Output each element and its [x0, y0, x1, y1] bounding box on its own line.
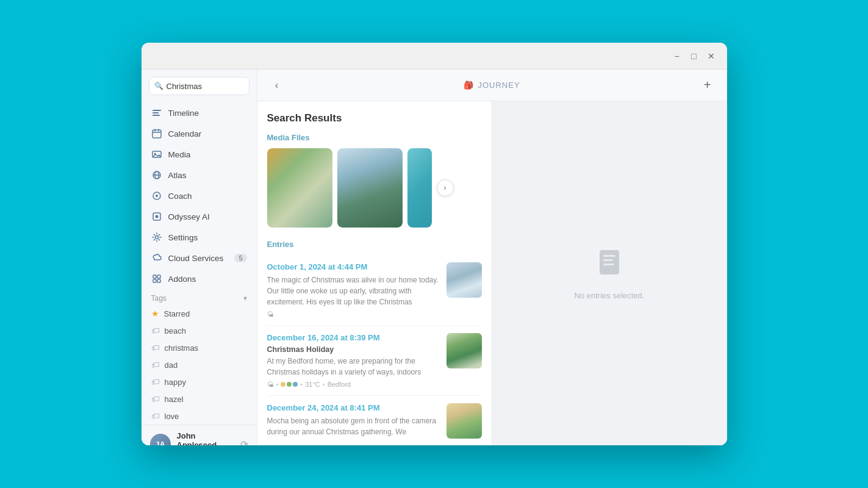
tag-dad-label: dad [165, 361, 178, 370]
svg-rect-1 [152, 112, 159, 113]
dot-yellow [281, 382, 285, 387]
svg-rect-21 [600, 250, 619, 274]
dot-green [287, 382, 292, 387]
search-results-title: Search Results [267, 112, 482, 124]
entry-weather-2: 🌤 [267, 381, 274, 388]
svg-point-13 [156, 195, 158, 197]
settings-icon [151, 232, 162, 243]
cloud-icon [151, 253, 162, 264]
entry-meta-1: 🌤 [267, 310, 439, 318]
tags-collapse-icon[interactable]: ▾ [243, 294, 247, 303]
window-body: 🔍 ✕ Timeline Calendar [142, 70, 727, 445]
sidebar-item-atlas[interactable]: Atlas [142, 165, 257, 185]
app-window: − □ ✕ 🔍 ✕ Timeline Calend [142, 43, 727, 445]
tag-starred[interactable]: ★ Starred [142, 305, 257, 322]
detail-panel: No entries selected. [492, 101, 727, 445]
tag-hazel-icon: 🏷 [151, 394, 160, 404]
tag-happy-label: happy [165, 378, 186, 387]
entry-thumb-2 [447, 333, 482, 368]
sidebar-item-settings[interactable]: Settings [142, 227, 257, 248]
tag-dad[interactable]: 🏷 dad [142, 356, 257, 373]
top-bar: ‹ 🎒 JOURNEY + [257, 70, 727, 101]
cloud-label: Cloud Services [168, 254, 229, 263]
media-thumb-3[interactable] [407, 148, 432, 228]
svg-rect-19 [153, 279, 156, 282]
entry-preview-1: The magic of Christmas was alive in our … [267, 274, 439, 307]
tag-starred-label: Starred [164, 309, 190, 318]
tag-love-label: love [165, 412, 179, 421]
svg-point-15 [155, 215, 158, 218]
sidebar-item-coach[interactable]: Coach [142, 185, 257, 206]
results-panel: Search Results Media Files › [257, 101, 492, 445]
carousel-next-button[interactable]: › [437, 179, 454, 196]
odyssey-icon [151, 211, 162, 222]
user-info: John Appleseed Membership [177, 431, 234, 445]
tags-label: Tags [151, 294, 167, 303]
coach-icon [151, 190, 162, 201]
svg-rect-24 [603, 264, 614, 265]
sidebar-item-media[interactable]: Media [142, 144, 257, 165]
dot-blue [293, 382, 298, 387]
calendar-label: Calendar [168, 129, 247, 138]
svg-rect-0 [152, 110, 161, 111]
entry-item-1[interactable]: October 1, 2024 at 4:44 PM The magic of … [267, 255, 482, 326]
media-icon [151, 149, 162, 160]
tag-love-icon: 🏷 [151, 411, 160, 421]
entry-thumb-3 [447, 403, 482, 439]
maximize-button[interactable]: □ [686, 48, 703, 65]
separator-2a: • [276, 381, 279, 388]
tag-christmas[interactable]: 🏷 christmas [142, 339, 257, 356]
entry-temp-2: 31°C [305, 381, 320, 388]
separator-2c: • [323, 381, 325, 388]
back-button[interactable]: ‹ [267, 76, 287, 95]
sidebar-item-timeline[interactable]: Timeline [142, 102, 257, 123]
cloud-badge: 5 [234, 254, 246, 262]
search-icon: 🔍 [154, 82, 163, 90]
sidebar-item-odyssey[interactable]: Odyssey AI [142, 206, 257, 227]
journey-title: 🎒 JOURNEY [464, 81, 520, 90]
sidebar-item-addons[interactable]: Addons [142, 268, 257, 289]
close-button[interactable]: ✕ [703, 48, 720, 65]
svg-rect-18 [157, 275, 160, 278]
svg-rect-23 [603, 259, 613, 261]
entry-preview-2: At my Bedford home, we are preparing for… [267, 356, 439, 378]
journey-icon: 🎒 [464, 81, 474, 90]
media-thumb-1[interactable] [267, 148, 332, 228]
tag-happy-icon: 🏷 [151, 377, 160, 387]
search-input[interactable] [167, 82, 269, 91]
entry-item-3[interactable]: December 24, 2024 at 8:41 PM Mocha being… [267, 396, 482, 445]
user-section: JA John Appleseed Membership ⟳ [142, 425, 257, 445]
settings-label: Settings [168, 233, 247, 242]
journey-label: JOURNEY [478, 81, 520, 90]
tag-hazel-label: hazel [165, 395, 184, 404]
tag-dad-icon: 🏷 [151, 360, 160, 370]
entry-title-2: Christmas Holiday [267, 345, 439, 354]
entry-text-2: December 16, 2024 at 8:39 PM Christmas H… [267, 333, 439, 388]
svg-rect-20 [157, 279, 160, 282]
entry-date-3: December 24, 2024 at 8:41 PM [267, 403, 439, 412]
tag-beach[interactable]: 🏷 beach [142, 322, 257, 339]
search-box: 🔍 ✕ [149, 77, 249, 95]
svg-rect-2 [152, 115, 160, 116]
add-entry-button[interactable]: + [698, 76, 717, 95]
svg-point-16 [155, 236, 158, 239]
entry-location-2: Bedford [328, 381, 351, 388]
addons-label: Addons [168, 274, 247, 284]
tag-hazel[interactable]: 🏷 hazel [142, 390, 257, 407]
atlas-label: Atlas [168, 171, 247, 180]
minimize-button[interactable]: − [669, 48, 686, 65]
tag-love[interactable]: 🏷 love [142, 407, 257, 425]
tag-beach-label: beach [165, 326, 186, 336]
entry-item-2[interactable]: December 16, 2024 at 8:39 PM Christmas H… [267, 326, 482, 396]
entry-preview-3: Mocha being an absolute gem in front of … [267, 415, 439, 437]
sidebar-item-cloud[interactable]: Cloud Services 5 [142, 248, 257, 268]
svg-rect-22 [603, 255, 615, 257]
timeline-label: Timeline [168, 109, 247, 118]
no-selection-icon [594, 246, 625, 285]
sidebar-item-calendar[interactable]: Calendar [142, 123, 257, 144]
sync-icon[interactable]: ⟳ [240, 439, 248, 446]
coach-label: Coach [168, 192, 247, 201]
tag-happy[interactable]: 🏷 happy [142, 373, 257, 390]
entry-date-1: October 1, 2024 at 4:44 PM [267, 262, 439, 271]
media-thumb-2[interactable] [337, 148, 403, 228]
